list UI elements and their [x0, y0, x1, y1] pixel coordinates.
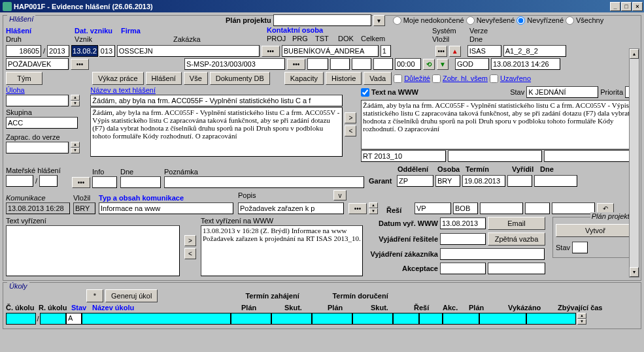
ukoly-spinner[interactable]: ▲▼ [577, 313, 586, 325]
kom-vlozil[interactable] [73, 202, 95, 214]
garant-osoba[interactable] [435, 175, 460, 187]
garant-odd[interactable] [397, 175, 433, 187]
kontakt-n[interactable] [381, 45, 391, 57]
druh-lookup-button[interactable]: ••• [71, 59, 89, 70]
datumvyr-input[interactable] [440, 217, 486, 229]
scroll-down-icon[interactable]: ▾ [630, 267, 639, 277]
info-input[interactable] [92, 176, 117, 188]
move-left-button[interactable]: < [345, 125, 356, 136]
uloha-spinner[interactable]: ▲▼ [71, 95, 80, 106]
resi-osoba[interactable] [453, 202, 478, 214]
poznamka-input[interactable] [164, 176, 364, 188]
move-right2-button[interactable]: > [184, 235, 196, 246]
rt-input2[interactable] [448, 150, 542, 162]
vscroll[interactable]: ▴ ▾ [629, 48, 639, 278]
garant-termin[interactable] [462, 175, 505, 187]
firma-lookup-button[interactable]: ••• [262, 46, 280, 57]
vytvor-button[interactable]: Vytvoř [556, 224, 635, 237]
resi-vyridil[interactable] [525, 202, 550, 214]
star-button[interactable]: * [86, 289, 103, 302]
close-button[interactable]: × [632, 2, 643, 11]
resi-dne[interactable] [552, 202, 595, 214]
stav2-input[interactable] [572, 242, 588, 253]
hlaseni-button[interactable]: Hlášení [146, 72, 182, 85]
skupina-input[interactable] [6, 117, 78, 129]
down-green-button[interactable]: ▼ [437, 59, 449, 70]
stav-input[interactable] [526, 86, 598, 98]
datvzniku-input-sel[interactable]: 13.08.2 [71, 45, 98, 57]
kom-v-button[interactable]: v [333, 190, 347, 200]
materske-n[interactable] [6, 175, 33, 187]
zaprac-spinner[interactable]: ▲▼ [71, 142, 80, 153]
historie-button[interactable]: Historie [326, 72, 362, 85]
uzavreno-checkbox[interactable] [490, 74, 498, 83]
uzavreno-label[interactable]: Uzavřeno [500, 74, 531, 82]
dne2-input[interactable] [120, 176, 161, 188]
kapacity-button[interactable]: Kapacity [284, 72, 324, 85]
rt-input3[interactable] [544, 150, 638, 162]
plan-projektu-dropdown-button[interactable]: ▾ [373, 15, 385, 26]
radio-nevyresene[interactable] [466, 16, 475, 25]
materske-lookup[interactable]: ••• [72, 177, 90, 188]
uloha-link[interactable]: Úloha [6, 86, 88, 94]
resi-odd[interactable] [415, 202, 451, 214]
radio-moje[interactable] [393, 16, 401, 25]
firma-input[interactable] [117, 45, 260, 57]
dulezite-checkbox[interactable] [394, 74, 402, 83]
vykaz-button[interactable]: Výkaz práce [92, 72, 144, 85]
tst-input[interactable] [352, 58, 371, 70]
garant-vyridil[interactable] [507, 175, 532, 187]
vse-button[interactable]: Vše [184, 72, 208, 85]
dokdb-button[interactable]: Dokumenty DB [210, 72, 270, 85]
uloha-input[interactable] [6, 95, 69, 106]
plan-projektu-select[interactable] [273, 14, 371, 26]
akcept-input[interactable] [440, 263, 486, 274]
zpetvazba-button[interactable]: Zpětná vazba [488, 232, 545, 246]
minimize-button[interactable]: _ [610, 2, 620, 11]
textvyr-textarea[interactable] [6, 225, 180, 276]
refresh-button[interactable]: ⟲ [423, 59, 435, 70]
textvyrwww-textarea[interactable]: 13.08.2013 v 16:28 (Z. Brýdl) Informace … [201, 225, 363, 276]
materske-y[interactable] [39, 175, 58, 187]
datvzniku-year[interactable] [99, 45, 115, 57]
body-textarea[interactable]: Žádám, aby byla na frm. ACC055F - Vyplně… [90, 107, 343, 157]
generuj-ukol-button[interactable]: Generuj úkol [105, 289, 158, 302]
nazev-link[interactable]: Název a text hlášení [90, 86, 343, 94]
email-button[interactable]: Email [488, 217, 545, 230]
zakazka-lookup-button[interactable]: ••• [287, 59, 305, 70]
up-red-button[interactable]: ▲ [449, 46, 461, 57]
dulezite-label[interactable]: Důležité [404, 74, 430, 82]
hlaseni-year[interactable] [47, 45, 69, 57]
kontakt-input[interactable] [282, 45, 379, 57]
dok-input[interactable] [373, 58, 393, 70]
kom-typ[interactable] [99, 202, 233, 214]
textwww-checkbox[interactable] [361, 88, 369, 97]
tym-button[interactable]: Tým [6, 72, 42, 85]
zobr-label[interactable]: Zobr. hl. všem [443, 74, 488, 82]
kom-dt[interactable] [6, 202, 70, 214]
scroll-up-icon[interactable]: ▴ [630, 49, 639, 59]
rt-input[interactable] [361, 150, 446, 162]
zobr-checkbox[interactable] [432, 74, 441, 83]
vyjres-input[interactable] [440, 233, 486, 245]
kom-lookup[interactable]: ••• [348, 203, 367, 214]
garant-dne[interactable] [534, 175, 577, 187]
radio-nevyrizene[interactable] [517, 16, 525, 25]
vlozil-input[interactable] [455, 58, 489, 70]
vada-button[interactable]: Vada [364, 72, 392, 85]
zaprac-input[interactable] [6, 142, 69, 153]
akcept-input2[interactable] [488, 263, 545, 274]
resi-termin[interactable] [480, 202, 523, 214]
nazev-input[interactable] [90, 95, 343, 106]
system-input[interactable] [467, 45, 501, 57]
move-right-button[interactable]: > [345, 112, 356, 123]
zakazka-input[interactable] [184, 58, 285, 70]
move-left2-button[interactable]: < [184, 248, 196, 259]
radio-vsechny[interactable] [566, 16, 574, 25]
prg-input[interactable] [330, 58, 350, 70]
table-row[interactable]: / A ▲▼ [6, 313, 638, 325]
celkem-input[interactable] [395, 58, 421, 70]
kom-popis[interactable] [238, 202, 344, 214]
hlaseni-number[interactable] [6, 45, 41, 57]
dne-input[interactable] [491, 58, 560, 70]
